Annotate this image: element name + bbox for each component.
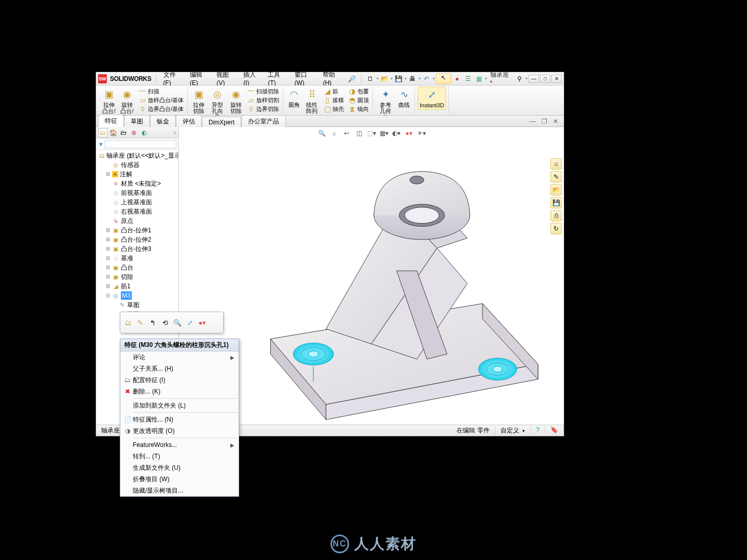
tree-cut1[interactable]: ⊞▣切除 — [96, 272, 178, 282]
rib-rib[interactable]: ◢筋 — [321, 87, 345, 95]
rib-linear-pattern[interactable]: ⠿线性阵列 — [303, 87, 321, 115]
rib-cut-loft[interactable]: ▱放样切割 — [245, 95, 281, 104]
search-icon[interactable]: 🔎 — [347, 74, 357, 84]
zoom-area-icon[interactable]: ⌕ — [329, 128, 339, 138]
tab-evaluate[interactable]: 评估 — [176, 115, 202, 127]
doc-close-icon[interactable]: ✕ — [550, 116, 561, 127]
ctx-feature-props[interactable]: 📄特征属性... (N) — [120, 414, 239, 425]
status-help-icon[interactable]: ? — [531, 426, 545, 433]
taskpane-file-explorer-icon[interactable]: 📂 — [550, 184, 562, 195]
rib-sweep[interactable]: 〰扫描 — [136, 87, 185, 95]
tree-origin[interactable]: ↳原点 — [96, 216, 178, 226]
rib-curves[interactable]: ∿曲线 — [396, 87, 412, 109]
rib-draft[interactable]: ▯拔模 — [321, 95, 345, 104]
ctx-add-to-folder[interactable]: 添加到新文件夹 (L) — [120, 400, 239, 411]
ctx-hide-show-tree[interactable]: 隐藏/显示树项目... — [120, 485, 239, 496]
rib-fillet[interactable]: ◠圆角 — [286, 87, 302, 109]
search-help-icon[interactable]: ⚲ — [515, 74, 524, 84]
tree-sensors[interactable]: ◎传感器 — [96, 160, 178, 170]
tree-sel-sub1[interactable]: ✎草图 — [96, 300, 178, 310]
taskpane-home-icon[interactable]: ⌂ — [550, 158, 562, 170]
rib-dome[interactable]: ◓圆顶 — [346, 95, 370, 104]
taskpane-appearances-icon[interactable]: ⎙ — [550, 210, 562, 221]
tree-extrude1[interactable]: ⊞▣凸台-拉伸1 — [96, 226, 178, 235]
side-tab-dimxpert-icon[interactable]: ⊕ — [129, 128, 139, 137]
side-panel-expand-icon[interactable]: » — [173, 130, 176, 135]
tree-top-plane[interactable]: ◇上视基准面 — [96, 198, 178, 207]
menu-help[interactable]: 帮助(H) — [320, 69, 345, 88]
select-icon[interactable]: ↖ — [436, 74, 451, 84]
ctx-collapse[interactable]: 折叠项目 (W) — [120, 473, 239, 485]
section-view-icon[interactable]: ◫ — [354, 128, 364, 138]
tab-office[interactable]: 办公室产品 — [241, 115, 286, 127]
rib-cut-boundary[interactable]: ◊边界切除 — [245, 104, 281, 113]
tree-plane4[interactable]: ⊞◇基准 — [96, 254, 178, 263]
taskpane-custom-props-icon[interactable]: ↻ — [550, 223, 562, 234]
tab-feature[interactable]: 特征 — [98, 115, 124, 127]
ctx-transparency[interactable]: ◑更改透明度 (O) — [120, 425, 239, 437]
tree-right-plane[interactable]: ◇右视基准面 — [96, 207, 178, 216]
doc-min-icon[interactable]: — — [528, 116, 538, 127]
rib-boundary[interactable]: ◊边界凸台/基体 — [136, 104, 185, 113]
window-close[interactable]: ✕ — [551, 75, 562, 83]
view-options-icon[interactable]: ▦ — [474, 74, 484, 84]
taskpane-design-lib-icon[interactable]: ✎ — [550, 171, 562, 183]
menu-file[interactable]: 文件(F) — [160, 69, 186, 88]
display-style-icon[interactable]: ▦▾ — [379, 128, 389, 138]
ctx-zoom-icon[interactable]: 🔍 — [173, 318, 182, 327]
prev-view-icon[interactable]: ↩ — [341, 128, 352, 138]
doc-restore-icon[interactable]: ❐ — [539, 116, 549, 127]
window-restore[interactable]: □ — [540, 75, 550, 83]
tab-sketch[interactable]: 草图 — [124, 115, 150, 127]
ctx-suppress-icon[interactable]: ↰ — [148, 318, 157, 327]
rib-cut-sweep[interactable]: 〰扫描切除 — [245, 87, 281, 95]
tree-extrude3[interactable]: ⊞▣凸台-拉伸3 — [96, 244, 178, 254]
tree-annotations[interactable]: ⊞A注解 — [96, 170, 178, 179]
ctx-rollback-icon[interactable]: ⟲ — [161, 318, 169, 327]
ctx-featureworks[interactable]: FeatureWorks...▶ — [120, 439, 239, 451]
status-custom[interactable]: 自定义 ▾ — [495, 426, 531, 435]
side-tab-property-icon[interactable]: 🏠 — [108, 128, 118, 137]
rib-mirror[interactable]: ⧗镜向 — [346, 104, 370, 113]
rib-cut-extrude[interactable]: ▣拉伸切除 — [190, 87, 207, 115]
ctx-config-feature[interactable]: 🗂配置特征 (I) — [120, 374, 239, 386]
tab-sheetmetal[interactable]: 钣金 — [150, 115, 176, 127]
menu-edit[interactable]: 编辑(E) — [187, 69, 213, 88]
hide-show-icon[interactable]: ◐▾ — [391, 128, 402, 138]
taskpane-view-palette-icon[interactable]: 💾 — [550, 197, 562, 208]
tree-front-plane[interactable]: ◇前视基准面 — [96, 188, 178, 198]
menu-insert[interactable]: 插入(I) — [240, 69, 264, 88]
ctx-appearance-icon[interactable]: ●▾ — [198, 318, 206, 327]
menu-tools[interactable]: 工具(T) — [265, 69, 290, 88]
window-minimize[interactable]: — — [529, 75, 539, 83]
appearance-icon[interactable]: ●▾ — [404, 128, 414, 138]
rib-loft[interactable]: ▱放样凸台/基体 — [136, 95, 185, 104]
rebuild-icon[interactable]: ● — [452, 74, 462, 84]
rib-cut-revolve[interactable]: ◉旋转切除 — [228, 87, 244, 115]
ctx-parent-child[interactable]: 父子关系... (H) — [120, 363, 239, 374]
side-tab-feature-tree-icon[interactable]: 🗂 — [98, 128, 107, 137]
tab-dimxpert[interactable]: DimXpert — [202, 117, 241, 127]
ctx-edit-sketch-icon[interactable]: ✎ — [136, 318, 144, 327]
rib-instant3d[interactable]: ⤢Instant3D — [418, 87, 446, 110]
ctx-comment[interactable]: 评论▶ — [120, 352, 239, 363]
rib-shell[interactable]: ▢抽壳 — [321, 104, 345, 113]
tree-extrude5[interactable]: ⊞▣凸台 — [96, 263, 178, 272]
menu-window[interactable]: 窗口(W) — [292, 69, 319, 88]
save-icon[interactable]: 💾 — [394, 74, 404, 84]
tree-extrude2[interactable]: ⊞▣凸台-拉伸2 — [96, 235, 178, 244]
scene-icon[interactable]: ☀▾ — [416, 128, 426, 138]
ctx-edit-feature-icon[interactable]: 🗂 — [123, 318, 132, 327]
tree-material[interactable]: ≡材质 <未指定> — [96, 179, 178, 188]
feature-filter-input[interactable] — [105, 140, 176, 148]
side-tab-config-icon[interactable]: 🗁 — [119, 128, 128, 137]
options-icon[interactable]: ☰ — [463, 74, 473, 84]
ctx-new-folder[interactable]: 生成新文件夹 (U) — [120, 462, 239, 473]
print-icon[interactable]: 🖶 — [408, 74, 418, 84]
tree-selected-hole[interactable]: ⊟◎M3 — [96, 291, 178, 300]
menu-view[interactable]: 视图(V) — [213, 69, 239, 88]
ctx-goto[interactable]: 转到... (T) — [120, 451, 239, 462]
side-tab-display-icon[interactable]: ◐ — [140, 128, 149, 137]
ctx-delete[interactable]: ✖删除... (K) — [120, 386, 239, 397]
zoom-fit-icon[interactable]: 🔍 — [316, 128, 327, 138]
